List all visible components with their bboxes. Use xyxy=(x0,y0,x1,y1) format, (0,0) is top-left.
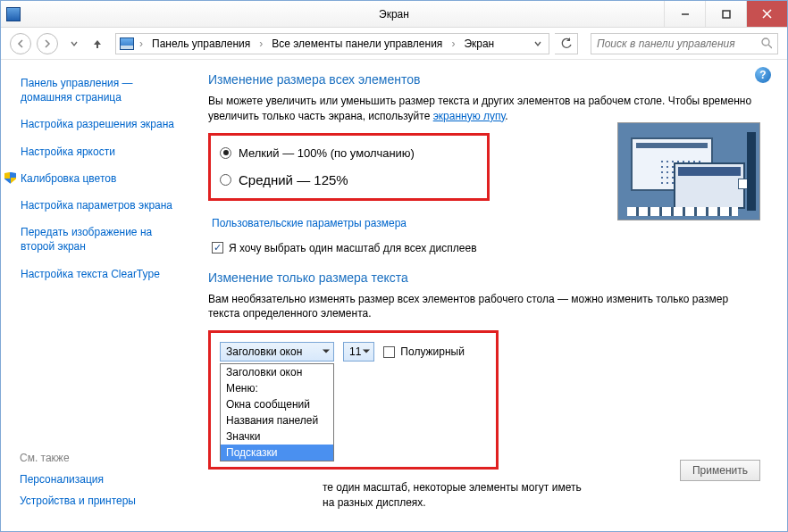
breadcrumb-leaf[interactable]: Экран xyxy=(460,37,498,50)
radio-icon xyxy=(220,147,231,159)
checkbox-icon: ✓ xyxy=(212,242,223,254)
apply-button[interactable]: Применить xyxy=(680,460,760,481)
svg-line-5 xyxy=(768,45,772,48)
sidebar-item-cleartype[interactable]: Настройка текста ClearType xyxy=(21,267,181,281)
control-panel-icon xyxy=(120,37,134,50)
see-also-title: См. также xyxy=(20,452,180,464)
element-combo[interactable]: Заголовки окон xyxy=(220,342,334,362)
window-title: Экран xyxy=(379,8,409,21)
search-box[interactable] xyxy=(591,33,778,54)
bold-checkbox[interactable]: Полужирный xyxy=(383,345,465,358)
one-scale-label: Я хочу выбрать один масштаб для всех дис… xyxy=(229,242,477,254)
content-area: Панель управления — домашняя страница На… xyxy=(1,60,787,531)
dropdown-option[interactable]: Окна сообщений xyxy=(221,396,333,412)
navbar: › Панель управления › Все элементы панел… xyxy=(1,28,787,60)
desc-resize-all: Вы можете увеличить или уменьшить размер… xyxy=(208,94,753,124)
back-button[interactable] xyxy=(10,33,31,54)
breadcrumb-sep: › xyxy=(449,37,457,50)
one-scale-checkbox[interactable]: ✓ Я хочу выбрать один масштаб для всех д… xyxy=(212,242,767,254)
refresh-button[interactable] xyxy=(555,33,578,54)
sidebar-item-resolution[interactable]: Настройка разрешения экрана xyxy=(21,117,181,131)
window-buttons xyxy=(664,1,787,27)
titlebar: Экран xyxy=(1,1,787,28)
checkbox-icon xyxy=(383,346,395,358)
note-line2: на разных дисплеях. xyxy=(323,496,426,509)
scale-options-group: Мелкий — 100% (по умолчанию) Средний — 1… xyxy=(208,133,490,201)
sidebar-item-brightness[interactable]: Настройка яркости xyxy=(21,145,181,159)
sidebar-item-project[interactable]: Передать изображение на второй экран xyxy=(21,225,181,254)
display-icon xyxy=(6,7,21,21)
fontsize-combo[interactable]: 11 xyxy=(343,342,374,362)
heading-text-only: Изменение только размера текста xyxy=(208,270,767,285)
radio-small[interactable]: Мелкий — 100% (по умолчанию) xyxy=(220,146,478,160)
dropdown-option[interactable]: Названия панелей xyxy=(221,412,333,428)
help-icon[interactable]: ? xyxy=(755,67,771,83)
sidebar: Панель управления — домашняя страница На… xyxy=(1,60,189,531)
text-size-group: Заголовки окон 11 Полужирный Заголовки о… xyxy=(208,330,499,470)
sidebar-item-display-settings[interactable]: Настройка параметров экрана xyxy=(21,198,181,212)
address-dropdown[interactable] xyxy=(531,37,545,50)
address-bar[interactable]: › Панель управления › Все элементы панел… xyxy=(115,33,549,54)
dropdown-option[interactable]: Значки xyxy=(221,428,333,445)
breadcrumb-sep: › xyxy=(138,37,145,50)
up-button[interactable] xyxy=(90,37,105,51)
sidebar-item-calibrate[interactable]: Калибровка цветов xyxy=(21,171,181,186)
dropdown-option[interactable]: Заголовки окон xyxy=(221,364,333,380)
custom-size-link[interactable]: Пользовательские параметры размера xyxy=(212,217,407,229)
see-also-devices[interactable]: Устройства и принтеры xyxy=(20,495,180,507)
see-also: См. также Персонализация Устройства и пр… xyxy=(20,452,180,516)
svg-rect-1 xyxy=(723,11,730,18)
breadcrumb-sep: › xyxy=(257,37,264,50)
close-button[interactable] xyxy=(746,1,787,27)
recent-dropdown[interactable] xyxy=(67,37,81,51)
note-text: те один масштаб, некоторые элементы могу… xyxy=(208,480,744,511)
dropdown-option[interactable]: Меню: xyxy=(221,380,333,396)
svg-point-4 xyxy=(762,38,769,46)
search-icon xyxy=(761,37,772,49)
element-dropdown-list: Заголовки окон Меню: Окна сообщений Назв… xyxy=(220,363,334,461)
search-input[interactable] xyxy=(597,37,761,50)
breadcrumb-mid[interactable]: Все элементы панели управления xyxy=(268,37,446,50)
preview-illustration xyxy=(617,122,760,220)
breadcrumb-root[interactable]: Панель управления xyxy=(148,37,254,50)
see-also-personalization[interactable]: Персонализация xyxy=(20,473,180,486)
sidebar-item-home[interactable]: Панель управления — домашняя страница xyxy=(21,76,181,104)
bold-label: Полужирный xyxy=(400,345,465,358)
main-panel: ? Изменение размера всех элементов Вы мо… xyxy=(189,60,787,531)
note-line1: те один масштаб, некоторые элементы могу… xyxy=(323,481,582,494)
element-combo-value: Заголовки окон xyxy=(226,345,302,358)
forward-button[interactable] xyxy=(37,33,58,54)
dropdown-option-selected[interactable]: Подсказки xyxy=(221,445,333,461)
fontsize-value: 11 xyxy=(349,345,361,358)
minimize-button[interactable] xyxy=(664,1,705,27)
heading-resize-all: Изменение размера всех элементов xyxy=(208,72,767,87)
radio-small-label: Мелкий — 100% (по умолчанию) xyxy=(239,146,415,160)
apply-label: Применить xyxy=(692,464,748,477)
magnifier-link[interactable]: экранную лупу xyxy=(433,110,506,122)
radio-medium-label: Средний — 125% xyxy=(239,172,348,187)
desc-text-only: Вам необязательно изменять размер всех э… xyxy=(208,292,753,322)
radio-icon xyxy=(220,174,231,186)
radio-medium[interactable]: Средний — 125% xyxy=(220,172,478,187)
maximize-button[interactable] xyxy=(705,1,746,27)
